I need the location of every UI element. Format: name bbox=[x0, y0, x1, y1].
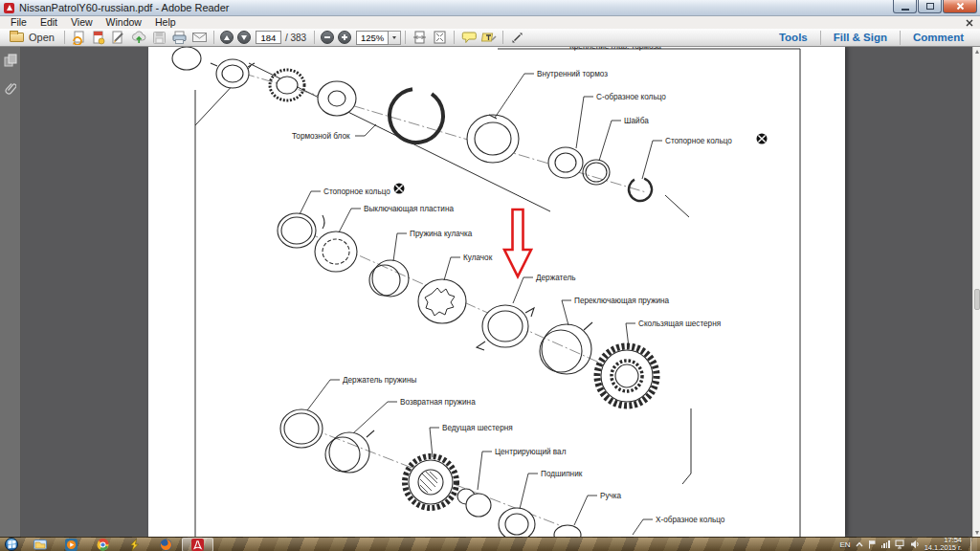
part-center-shaft bbox=[457, 489, 491, 517]
part-handle bbox=[554, 525, 581, 537]
maximize-button[interactable] bbox=[918, 0, 942, 13]
previous-page-button[interactable] bbox=[220, 31, 234, 44]
cloud-upload-icon bbox=[131, 31, 147, 45]
vertical-scrollbar[interactable] bbox=[972, 47, 980, 537]
convert-pdf-icon bbox=[71, 31, 86, 45]
part-washer-disc bbox=[318, 81, 356, 116]
menu-view[interactable]: View bbox=[64, 16, 100, 29]
create-pdf-button[interactable] bbox=[89, 30, 109, 46]
tools-button[interactable]: Tools bbox=[767, 32, 820, 43]
taskbar-app-media-player[interactable] bbox=[56, 538, 87, 551]
arrow-down-icon bbox=[241, 35, 247, 40]
action-center-flag-icon[interactable] bbox=[868, 540, 877, 549]
toolbar-separator bbox=[213, 31, 214, 44]
print-button[interactable] bbox=[169, 30, 189, 46]
hidden-icons-chevron-icon[interactable] bbox=[856, 541, 863, 547]
save-button[interactable] bbox=[149, 30, 169, 46]
highlight-text-button[interactable] bbox=[479, 30, 499, 46]
arrow-down-icon bbox=[975, 531, 979, 535]
cloud-upload-button[interactable] bbox=[129, 30, 149, 46]
taskbar-app-explorer[interactable] bbox=[24, 538, 56, 551]
navigation-pane bbox=[0, 47, 21, 537]
part-label: Шайба bbox=[624, 117, 649, 125]
part-label: Держатель bbox=[536, 274, 575, 282]
scrolling-page-icon bbox=[412, 31, 427, 44]
part-label: Ручка bbox=[600, 492, 622, 500]
fit-page-button[interactable] bbox=[430, 30, 450, 46]
part-label: Стопорное кольцо bbox=[323, 187, 390, 196]
windows-logo-icon bbox=[8, 540, 16, 549]
open-button[interactable]: Open bbox=[4, 32, 60, 43]
menu-window[interactable]: Window bbox=[100, 16, 148, 29]
sign-document-button[interactable] bbox=[109, 30, 129, 46]
taskbar-app-firefox[interactable] bbox=[150, 538, 182, 551]
page-number-input[interactable] bbox=[256, 31, 281, 44]
comment-button[interactable]: Comment bbox=[901, 32, 976, 43]
part-small-clip bbox=[626, 175, 656, 205]
document-area: Крепление глав. тормоза Внутренний тормо… bbox=[0, 47, 980, 537]
network-icon[interactable] bbox=[895, 540, 905, 549]
part-label: Выключающая пластина bbox=[364, 205, 454, 213]
taskbar-app-chrome[interactable] bbox=[87, 538, 119, 551]
zoom-level-value[interactable]: 125% bbox=[356, 31, 389, 45]
fill-sign-button[interactable]: Fill & Sign bbox=[821, 32, 900, 43]
arrow-up-icon bbox=[224, 35, 230, 40]
attachments-paperclip-icon[interactable] bbox=[5, 81, 16, 97]
part-label: Держатель пружины bbox=[343, 376, 416, 385]
speaker-icon[interactable] bbox=[910, 540, 920, 549]
document-close-button[interactable] bbox=[966, 19, 973, 27]
sign-pen-icon bbox=[111, 31, 126, 45]
file-explorer-icon bbox=[33, 539, 47, 550]
menu-bar: File Edit View Window Help bbox=[0, 16, 980, 29]
signal-strength-icon[interactable] bbox=[881, 540, 890, 548]
part-label: Стопорное кольцо bbox=[665, 137, 732, 145]
scrollbar-thumb[interactable] bbox=[974, 289, 980, 310]
sticky-note-button[interactable] bbox=[458, 30, 479, 46]
diagonal-arrows-icon bbox=[511, 32, 523, 44]
drag-resize-tool-button[interactable] bbox=[507, 30, 527, 46]
minimize-button[interactable] bbox=[893, 0, 917, 13]
part-label: Внутренний тормоз bbox=[537, 70, 608, 78]
title-bar: NissanPatrolY60-russian.pdf - Adobe Read… bbox=[0, 0, 980, 16]
part-label: С-образное кольцо bbox=[596, 93, 666, 101]
part-drive-gear bbox=[405, 456, 457, 508]
part-release-plate bbox=[315, 231, 357, 272]
convert-pdf-button[interactable] bbox=[69, 30, 89, 46]
taskbar-app-lightning[interactable] bbox=[119, 538, 150, 551]
zoom-out-button[interactable] bbox=[321, 31, 334, 44]
annotation-arrow[interactable] bbox=[504, 209, 531, 276]
scroll-down-button[interactable] bbox=[973, 528, 980, 537]
email-button[interactable] bbox=[189, 30, 210, 46]
scroll-up-button[interactable] bbox=[973, 47, 980, 55]
close-button[interactable] bbox=[943, 0, 977, 13]
crossed-circle-icon bbox=[757, 134, 768, 144]
highlight-text-icon bbox=[481, 31, 497, 44]
zoom-in-button[interactable] bbox=[338, 31, 351, 44]
page-thumbnails-icon[interactable] bbox=[4, 54, 17, 67]
toolbar-separator bbox=[64, 31, 65, 44]
taskbar-app-adobe-reader[interactable] bbox=[182, 538, 213, 551]
part-c-ring bbox=[583, 160, 610, 185]
pdf-page[interactable]: Крепление глав. тормоза Внутренний тормо… bbox=[148, 47, 845, 537]
firefox-icon bbox=[160, 539, 172, 551]
menu-help[interactable]: Help bbox=[148, 16, 183, 29]
scrolling-mode-button[interactable] bbox=[410, 30, 430, 46]
show-desktop-button[interactable] bbox=[970, 538, 977, 551]
menu-edit[interactable]: Edit bbox=[33, 16, 64, 29]
menu-file[interactable]: File bbox=[4, 16, 33, 29]
adobe-reader-icon bbox=[4, 3, 14, 13]
zoom-dropdown-button[interactable] bbox=[389, 31, 401, 45]
system-tray: EN 17:54 14.1.2015 г. bbox=[840, 537, 980, 551]
part-label: Возвратная пружина bbox=[400, 398, 476, 407]
part-brake-block bbox=[211, 59, 255, 88]
toolbar-separator bbox=[502, 31, 503, 44]
part-label: Переключающая пружина bbox=[574, 297, 670, 305]
next-page-button[interactable] bbox=[237, 31, 251, 44]
toolbar-right-panel: Tools Fill & Sign Comment bbox=[767, 29, 976, 46]
start-button[interactable] bbox=[5, 538, 18, 551]
part-label: Кулачок bbox=[463, 253, 493, 262]
diagram-parts-row2 bbox=[278, 213, 657, 406]
language-indicator[interactable]: EN bbox=[840, 540, 851, 549]
part-label: Тормозной блок bbox=[292, 132, 350, 141]
taskbar-clock[interactable]: 17:54 14.1.2015 г. bbox=[924, 537, 962, 551]
